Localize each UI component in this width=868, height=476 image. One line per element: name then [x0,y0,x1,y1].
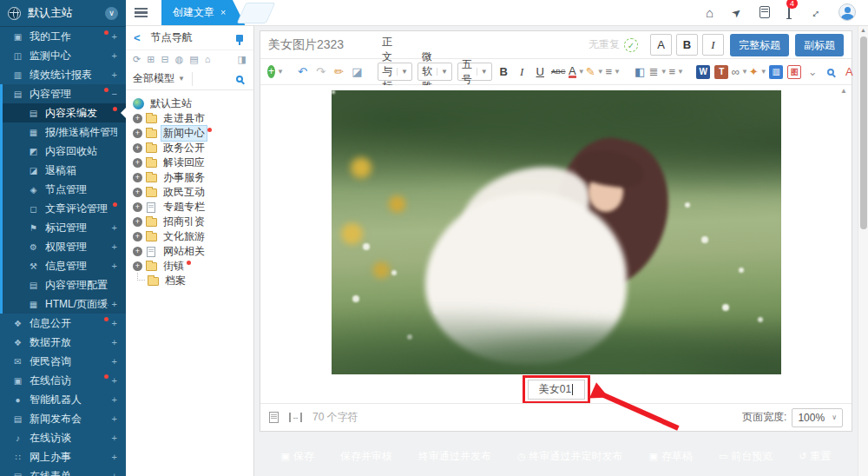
tree-node[interactable]: + 新闻中心 [133,126,252,141]
search-replace-icon[interactable] [823,63,839,81]
action-button[interactable]: ◷ 终审通过并定时发布 [508,445,633,468]
tab-list-icon[interactable] [135,8,148,17]
font-color-icon[interactable]: A▼ [569,63,585,81]
ordered-list-icon[interactable]: ≣▼ [650,63,667,81]
redo-icon[interactable]: ↷ [312,63,329,81]
tree-node[interactable]: + 解读回应 [133,155,252,170]
collapse-panel-icon[interactable]: < [134,31,141,44]
sidebar-item[interactable]: ◈ 节点管理 + − [0,180,126,199]
action-button[interactable]: 保存并审核 [331,445,402,468]
sidebar-item[interactable]: ◪ 退稿箱 + − [0,161,126,180]
sidebar-item[interactable]: ▤ 在线表单 + − [0,466,126,476]
bullet-list-icon[interactable]: ≡▼ [668,63,685,81]
tree-node[interactable]: + 政务公开 [133,141,252,155]
notifications[interactable]: 4 [788,4,790,20]
word-import-icon[interactable]: W [695,63,712,81]
size-select[interactable]: 五号▼ [457,63,492,81]
sidebar-item[interactable]: ❖ 信息公开 + − [0,314,126,333]
scroll-up-icon[interactable]: ▲ [858,27,868,33]
sidebar-header[interactable]: 默认主站 ∨ [0,0,126,27]
sidebar-item[interactable]: ◩ 内容回收站 + − [0,142,126,161]
expand-node-icon[interactable]: + [133,247,142,256]
title-bold-button[interactable]: B [676,34,698,56]
tree-node[interactable]: + 办事服务 [133,170,252,185]
expand-node-icon[interactable]: + [133,129,142,138]
site-icon[interactable]: ◍ [175,54,184,65]
magic-format-icon[interactable]: ✦▼ [750,63,766,81]
sidebar-item[interactable]: ▤ 新闻发布会 + − [0,409,126,428]
sidebar-item[interactable]: ◫ 监测中心 + − [0,46,126,65]
italic-icon[interactable]: I [514,63,530,81]
sidebar-item[interactable]: ❖ 数据开放 + − [0,333,126,352]
font-select[interactable]: 微软雅▼ [418,63,452,81]
subtitle-button[interactable]: 副标题 [795,34,844,56]
expand-node-icon[interactable]: + [133,158,142,168]
audit-notes-icon[interactable] [760,6,770,18]
pin-icon[interactable] [236,35,243,42]
quick-send-icon[interactable]: ➤ [729,5,744,20]
sidebar-item[interactable]: ● 智能机器人 + − [0,390,126,409]
page-scrollbar[interactable]: ▲ [858,26,868,476]
switch-panel-icon[interactable]: ◨ [238,54,247,65]
bold-icon[interactable]: B [496,63,512,81]
tab-close-icon[interactable]: × [220,7,226,17]
expand-node-icon[interactable]: + [133,188,142,197]
more-caret-icon[interactable]: ⌄ [805,63,821,81]
tree-node[interactable]: + 街镇 [133,259,252,274]
align-icon[interactable]: ≡▼ [605,63,621,81]
highlight-icon[interactable]: ✎▼ [587,63,603,81]
tab-create-article[interactable]: 创建文章 × [161,0,245,25]
tree-node[interactable]: + 招商引资 [133,215,252,229]
full-title-button[interactable]: 完整标题 [730,34,789,56]
sidebar-item[interactable]: ▤ 内容管理 + − [0,84,126,103]
sidebar-item[interactable]: ▤ 内容采编发 + − [0,103,126,122]
sidebar-item[interactable]: ⚑ 标记管理 + − [0,218,126,237]
model-filter[interactable]: 全部模型 [133,71,174,86]
editor-content[interactable]: ▲ 美女01 [260,85,852,403]
sidebar-item[interactable]: ▦ 报/推送稿件管理 + − [0,122,126,142]
expand-node-icon[interactable]: + [133,261,142,271]
home-icon[interactable]: ⌂ [205,54,211,64]
refresh-icon[interactable]: ⟳ [133,54,141,65]
tree-node[interactable]: + 网站相关 [133,244,252,259]
expand-all-icon[interactable]: ⊞ [147,54,155,65]
page-width-select[interactable]: 100% ∨ [792,408,843,427]
expand-node-icon[interactable]: + [133,143,142,153]
scrollbar-thumb[interactable] [860,36,867,229]
sidebar-item[interactable]: ✉ 便民咨询 + − [0,352,126,371]
title-italic-button[interactable]: I [702,34,724,56]
layout-icon[interactable]: ▥ [768,63,785,81]
sidebar-item[interactable]: ⚙ 权限管理 + − [0,237,126,256]
fullscreen-icon[interactable]: ↔ [806,3,823,21]
action-button[interactable]: ▣ 保存 [271,445,323,468]
title-color-button[interactable]: A [650,34,672,56]
expand-node-icon[interactable]: + [133,202,142,212]
action-button[interactable]: ▭ 前台预览 [709,445,782,468]
action-button[interactable]: 终审通过并发布 [409,445,501,468]
chevron-down-icon[interactable]: ∨ [105,7,118,20]
tree-node[interactable]: + 政民互动 [133,185,252,200]
sidebar-item[interactable]: ▤ 内容管理配置 + − [0,275,126,294]
indent-icon[interactable]: ◧ [632,63,648,81]
strike-icon[interactable]: ABC [550,63,567,81]
tree-node[interactable]: + 档案 [133,274,252,288]
action-button[interactable]: ▣ 存草稿 [639,445,701,468]
sidebar-item[interactable]: ▥ 绩效统计报表 + − [0,65,126,84]
sidebar-item[interactable]: ⚒ 信息管理 + − [0,256,126,275]
tree-node[interactable]: + 默认主站 [133,96,252,111]
sidebar-item[interactable]: ♪ 在线访谈 + − [0,428,126,447]
word-count-icon[interactable] [269,412,279,423]
search-icon[interactable] [236,76,243,83]
eraser-icon[interactable]: ◪ [349,63,365,81]
undo-icon[interactable]: ↶ [294,63,311,81]
expand-node-icon[interactable]: + [133,217,142,227]
sidebar-item[interactable]: ▣ 我的工作 + − [0,27,126,46]
tree-node[interactable]: + 专题专栏 [133,200,252,215]
paste-icon[interactable]: T [713,63,730,81]
expand-node-icon[interactable]: + [133,173,142,182]
image-stamp-icon[interactable]: 图 [786,63,803,81]
sidebar-item[interactable]: ∷ 网上办事 + − [0,447,126,466]
format-brush-icon[interactable]: ✏ [331,63,347,81]
link-icon[interactable]: ∞▼ [732,63,748,81]
action-button[interactable]: ↺ 重置 [789,445,840,468]
